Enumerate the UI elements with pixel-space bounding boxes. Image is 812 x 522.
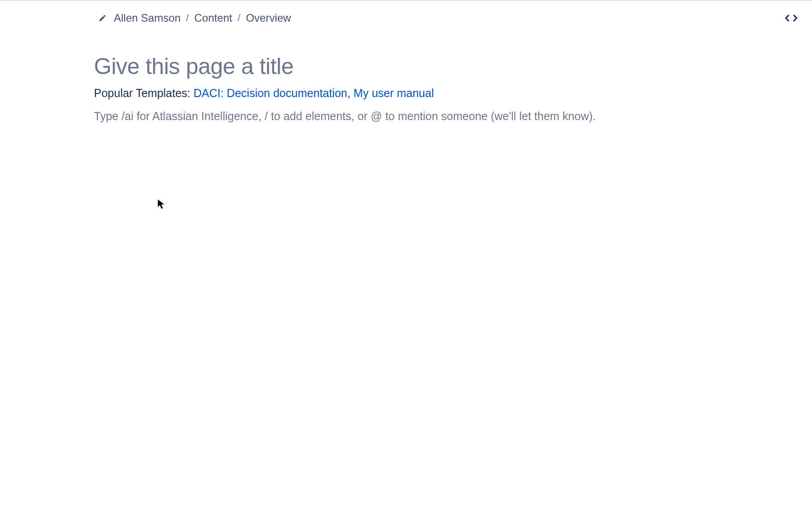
breadcrumb-item-overview[interactable]: Overview — [246, 12, 291, 24]
editor-content: Give this page a title Popular Templates… — [94, 54, 812, 124]
page-title-input[interactable]: Give this page a title — [94, 54, 794, 79]
breadcrumb-separator: / — [186, 12, 189, 24]
editor-body-input[interactable]: Type /ai for Atlassian Intelligence, / t… — [94, 108, 794, 124]
templates-label: Popular Templates: — [94, 87, 194, 99]
template-link-daci[interactable]: DACI: Decision documentation — [194, 87, 347, 99]
templates-separator: , — [347, 87, 354, 99]
expand-width-icon[interactable] — [785, 14, 798, 23]
page-header: Allen Samson / Content / Overview — [0, 1, 812, 24]
template-link-user-manual[interactable]: My user manual — [354, 87, 434, 99]
mouse-cursor-icon — [157, 199, 166, 210]
breadcrumb-separator: / — [238, 12, 240, 24]
templates-suggestion: Popular Templates: DACI: Decision docume… — [94, 85, 794, 101]
edit-icon[interactable] — [98, 14, 107, 22]
breadcrumb: Allen Samson / Content / Overview — [98, 12, 291, 24]
breadcrumb-item-content[interactable]: Content — [194, 12, 232, 24]
breadcrumb-item-space[interactable]: Allen Samson — [114, 12, 181, 24]
